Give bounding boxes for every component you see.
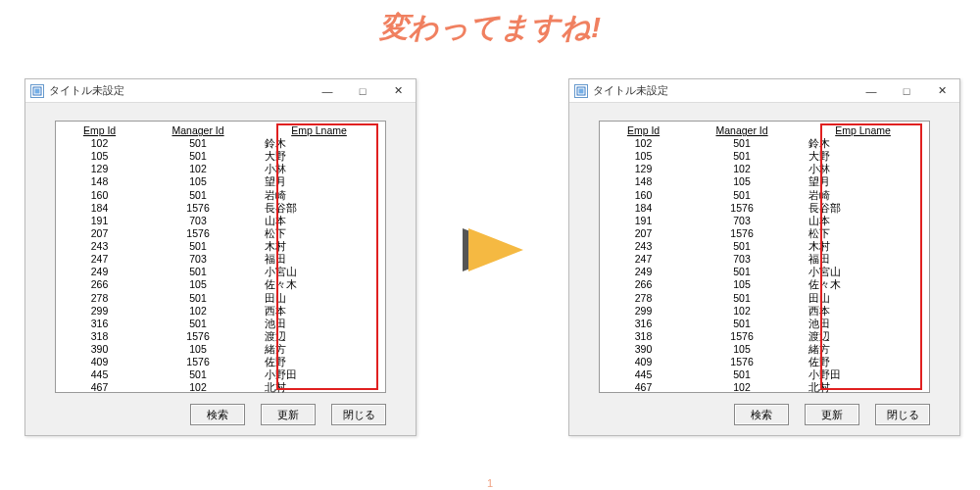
cell-manager-id: 501 <box>683 318 801 330</box>
cell-emp-lname: 木村 <box>257 240 381 253</box>
cell-manager-id: 501 <box>683 368 801 381</box>
cell-emp-id: 148 <box>60 175 139 188</box>
table-row[interactable]: 3181576渡辺 <box>60 330 381 343</box>
table-row[interactable]: 467102北村 <box>604 381 925 394</box>
table-row[interactable]: 1841576長谷部 <box>604 202 925 215</box>
table-row[interactable]: 102501鈴木 <box>60 137 381 150</box>
table-row[interactable]: 247703福田 <box>60 253 381 266</box>
cell-manager-id: 105 <box>139 175 257 188</box>
update-button[interactable]: 更新 <box>805 404 859 425</box>
close-window-button[interactable]: ✕ <box>380 79 416 103</box>
cell-manager-id: 501 <box>139 368 257 381</box>
window-after: タイトル未設定 — □ ✕ Emp Id Manager Id Emp Lnam… <box>568 78 960 436</box>
cell-emp-lname: 小林 <box>257 163 381 175</box>
cell-emp-lname: 渡辺 <box>801 330 925 343</box>
cell-emp-lname: 佐野 <box>801 356 925 368</box>
titlebar[interactable]: タイトル未設定 — □ ✕ <box>569 79 959 103</box>
table-row[interactable]: 445501小野田 <box>60 368 381 381</box>
table-row[interactable]: 266105佐々木 <box>604 278 925 291</box>
table-row[interactable]: 299102西本 <box>604 305 925 318</box>
table-row[interactable]: 4091576佐野 <box>60 356 381 368</box>
cell-emp-lname: 福田 <box>257 253 381 266</box>
update-button[interactable]: 更新 <box>261 404 316 425</box>
cell-emp-lname: 田山 <box>801 292 925 305</box>
close-button[interactable]: 閉じる <box>331 404 386 425</box>
cell-emp-id: 278 <box>604 292 683 305</box>
table-row[interactable]: 249501小宮山 <box>604 266 925 278</box>
cell-emp-lname: 望月 <box>801 175 925 188</box>
table-row[interactable]: 1841576長谷部 <box>60 202 381 215</box>
minimize-button[interactable]: — <box>310 79 345 103</box>
table-row[interactable]: 105501大野 <box>60 150 381 163</box>
table-row[interactable]: 467102北村 <box>60 381 381 394</box>
table-body-left: 102501鈴木105501大野129102小林148105望月160501岩崎… <box>60 137 381 395</box>
table-row[interactable]: 4091576佐野 <box>604 356 925 368</box>
table-row[interactable]: 243501木村 <box>60 240 381 253</box>
titlebar[interactable]: タイトル未設定 — □ ✕ <box>25 79 416 103</box>
close-button[interactable]: 閉じる <box>875 404 930 425</box>
window-title: タイトル未設定 <box>593 83 854 98</box>
cell-emp-lname: 岩崎 <box>257 189 381 202</box>
cell-emp-id: 390 <box>60 343 139 356</box>
table-row[interactable]: 2071576松下 <box>604 227 925 240</box>
cell-emp-id: 148 <box>604 175 683 188</box>
table-row[interactable]: 2071576松下 <box>60 227 381 240</box>
minimize-button[interactable]: — <box>854 79 889 103</box>
table-row[interactable]: 148105望月 <box>60 175 381 188</box>
svg-rect-5 <box>579 88 584 93</box>
table-row[interactable]: 191703山本 <box>60 215 381 227</box>
cell-emp-lname: 小野田 <box>257 368 381 381</box>
table-row[interactable]: 160501岩崎 <box>60 189 381 202</box>
table-row[interactable]: 316501池田 <box>60 318 381 330</box>
page-number: 1 <box>0 477 980 489</box>
table-row[interactable]: 390105緒方 <box>604 343 925 356</box>
cell-emp-id: 299 <box>604 305 683 318</box>
cell-manager-id: 105 <box>139 278 257 291</box>
table-row[interactable]: 102501鈴木 <box>604 137 925 150</box>
cell-emp-id: 316 <box>604 318 683 330</box>
table-row[interactable]: 390105緒方 <box>60 343 381 356</box>
cell-emp-id: 247 <box>604 253 683 266</box>
window-title: タイトル未設定 <box>49 83 310 98</box>
cell-emp-id: 409 <box>604 356 683 368</box>
cell-manager-id: 1576 <box>139 330 257 343</box>
table-row[interactable]: 316501池田 <box>604 318 925 330</box>
app-icon <box>574 84 588 98</box>
table-row[interactable]: 249501小宮山 <box>60 266 381 278</box>
cell-emp-lname: 佐々木 <box>801 278 925 291</box>
table-row[interactable]: 129102小林 <box>60 163 381 175</box>
table-row[interactable]: 191703山本 <box>604 215 925 227</box>
table-row[interactable]: 3181576渡辺 <box>604 330 925 343</box>
cell-emp-lname: 小林 <box>801 163 925 175</box>
table-row[interactable]: 445501小野田 <box>604 368 925 381</box>
table-row[interactable]: 278501田山 <box>604 292 925 305</box>
table-row[interactable]: 148105望月 <box>604 175 925 188</box>
cell-manager-id: 501 <box>683 292 801 305</box>
search-button[interactable]: 検索 <box>734 404 789 425</box>
col-header-emp-lname: Emp Lname <box>801 123 925 137</box>
col-header-manager-id: Manager Id <box>139 123 257 137</box>
cell-emp-id: 299 <box>60 305 139 318</box>
cell-manager-id: 501 <box>683 137 801 150</box>
cell-manager-id: 501 <box>139 150 257 163</box>
table-row[interactable]: 278501田山 <box>60 292 381 305</box>
table-row[interactable]: 266105佐々木 <box>60 278 381 291</box>
table-row[interactable]: 105501大野 <box>604 150 925 163</box>
headline: 変わってますね! <box>0 8 980 48</box>
search-button[interactable]: 検索 <box>190 404 245 425</box>
cell-emp-id: 191 <box>604 215 683 227</box>
table-row[interactable]: 129102小林 <box>604 163 925 175</box>
cell-emp-lname: 鈴木 <box>801 137 925 150</box>
close-window-button[interactable]: ✕ <box>924 79 959 103</box>
cell-emp-lname: 小野田 <box>801 368 925 381</box>
maximize-button[interactable]: □ <box>889 79 924 103</box>
cell-emp-lname: 山本 <box>801 215 925 227</box>
window-before: タイトル未設定 — □ ✕ Emp Id Manager Id Emp Lnam… <box>24 78 416 436</box>
cell-emp-id: 102 <box>60 137 139 150</box>
maximize-button[interactable]: □ <box>345 79 380 103</box>
table-row[interactable]: 160501岩崎 <box>604 189 925 202</box>
table-row[interactable]: 247703福田 <box>604 253 925 266</box>
svg-rect-1 <box>35 88 40 93</box>
table-row[interactable]: 299102西本 <box>60 305 381 318</box>
table-row[interactable]: 243501木村 <box>604 240 925 253</box>
